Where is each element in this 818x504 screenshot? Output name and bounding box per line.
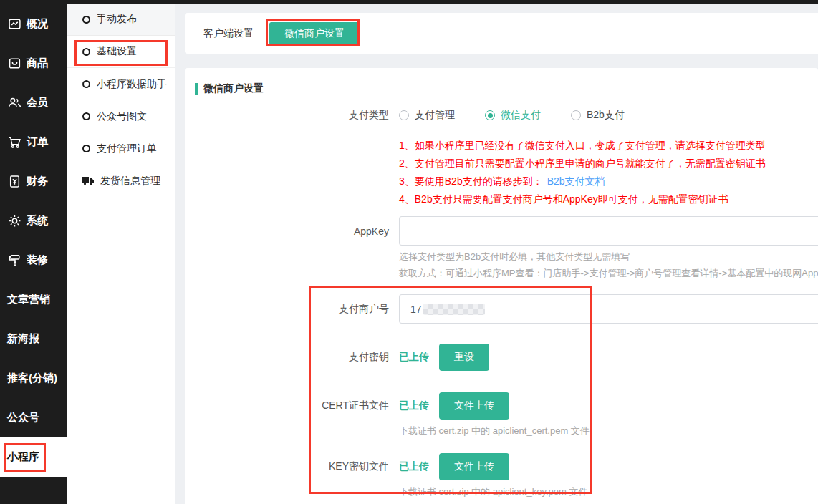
submenu-item-manual-publish[interactable]: 手动发布 <box>67 4 175 36</box>
sidebar-item-system[interactable]: 系统 <box>0 201 67 241</box>
cert-file-label: CERT证书文件 <box>185 399 389 412</box>
sidebar-item-order[interactable]: 订单 <box>0 122 67 162</box>
submenu-item-label: 手动发布 <box>97 13 137 26</box>
appkey-row: AppKey <box>185 216 818 246</box>
redacted-blur <box>423 304 485 315</box>
key-file-row: KEY密钥文件 已上传 文件上传 <box>185 453 818 480</box>
merchant-number-value: 17 <box>410 304 422 315</box>
sidebar-item-official-account[interactable]: 公众号 <box>0 398 67 437</box>
radio-circle-icon <box>571 110 581 120</box>
submenu-item-official-articles[interactable]: 公众号图文 <box>67 100 175 132</box>
payment-secret-label: 支付密钥 <box>185 351 389 364</box>
finance-icon <box>7 175 21 189</box>
sidebar-item-overview[interactable]: 概况 <box>0 4 67 44</box>
appkey-help-2: 获取方式：可通过小程序MP查看：门店助手->支付管理->商户号管理查看详情->基… <box>399 267 818 280</box>
sidebar-item-distribution[interactable]: 推客(分销) <box>0 359 67 398</box>
tab-wechat-merchant-settings[interactable]: 微信商户设置 <box>269 22 360 45</box>
radio-circle-icon <box>82 80 90 88</box>
tab-client-settings[interactable]: 客户端设置 <box>203 27 254 40</box>
payment-type-label: 支付类型 <box>185 109 389 122</box>
radio-label: 微信支付 <box>501 109 541 122</box>
sidebar-item-finance[interactable]: 财务 <box>0 162 67 201</box>
settings-tabs-card: 客户端设置 微信商户设置 <box>185 13 818 54</box>
overview-icon <box>7 17 21 32</box>
radio-label: B2b支付 <box>587 109 625 122</box>
reset-secret-button[interactable]: 重设 <box>439 344 489 371</box>
section-accent-bar <box>195 83 198 94</box>
sidebar-item-label: 系统 <box>27 214 48 228</box>
section-title: 微信商户设置 <box>203 82 264 95</box>
radio-label: 支付管理 <box>415 109 455 122</box>
sidebar-item-label: 会员 <box>27 96 48 110</box>
submenu-item-label: 支付管理订单 <box>97 142 157 155</box>
sidebar-item-decorate[interactable]: 装修 <box>0 241 67 280</box>
key-help: 下载证书 cert.zip 中的 apiclient_key.pem 文件 <box>399 485 587 498</box>
radio-wechat-pay[interactable]: 微信支付 <box>485 109 541 122</box>
note-line-2: 2、支付管理目前只需要配置小程序里申请的商户号就能支付了，无需配置密钥证书 <box>399 155 766 173</box>
sidebar-item-label: 文章营销 <box>7 293 50 306</box>
radio-circle-icon <box>82 145 90 152</box>
goods-icon <box>7 57 21 71</box>
merchant-settings-card: 微信商户设置 支付类型 支付管理 微信支付 B2b支付 1、如果小程序里已经没有… <box>185 68 818 504</box>
radio-circle-icon <box>82 48 90 56</box>
appkey-label: AppKey <box>185 226 389 237</box>
submenu-item-label: 基础设置 <box>97 45 137 58</box>
truck-icon <box>82 176 94 185</box>
appkey-help-1: 选择支付类型为B2b支付时必填，其他支付类型无需填写 <box>399 251 630 263</box>
system-icon <box>7 214 21 228</box>
note-line-3: 3、要使用B2b支付的请移步到：B2b支付文档 <box>399 173 766 190</box>
key-upload-button[interactable]: 文件上传 <box>439 453 509 480</box>
cert-upload-button[interactable]: 文件上传 <box>439 392 509 420</box>
sidebar-item-mini-program[interactable]: 小程序 <box>0 437 67 477</box>
member-icon <box>7 96 21 110</box>
merchant-number-row: 支付商户号 17 <box>185 294 818 324</box>
payment-type-row: 支付类型 支付管理 微信支付 B2b支付 <box>185 105 818 125</box>
sidebar-item-label: 小程序 <box>7 450 39 464</box>
submenu-item-label: 公众号图文 <box>97 110 147 123</box>
submenu-item-shipping-info[interactable]: 发货信息管理 <box>67 165 175 197</box>
radio-payment-manage[interactable]: 支付管理 <box>399 109 455 122</box>
key-status-badge: 已上传 <box>399 460 429 473</box>
note-line-1: 1、如果小程序里已经没有了微信支付入口，变成了支付管理，请选择支付管理类型 <box>399 137 766 155</box>
merchant-number-label: 支付商户号 <box>185 303 389 316</box>
sidebar-item-label: 商品 <box>27 57 48 70</box>
note-line-4: 4、B2b支付只需要配置支付商户号和AppKey即可支付，无需配置密钥证书 <box>399 190 766 208</box>
radio-b2b-pay[interactable]: B2b支付 <box>571 109 625 122</box>
payment-notes: 1、如果小程序里已经没有了微信支付入口，变成了支付管理，请选择支付管理类型 2、… <box>399 137 766 208</box>
sidebar-item-article-marketing[interactable]: 文章营销 <box>0 280 67 319</box>
sidebar-item-label: 推客(分销) <box>7 372 57 385</box>
note-line-3-text: 3、要使用B2b支付的请移步到： <box>399 175 543 187</box>
radio-circle-icon <box>399 110 409 120</box>
secret-status-badge: 已上传 <box>399 351 429 364</box>
submenu-item-data-assistant[interactable]: 小程序数据助手 <box>67 68 175 100</box>
sidebar-item-label: 订单 <box>27 135 48 149</box>
submenu-item-payment-orders[interactable]: 支付管理订单 <box>67 132 175 165</box>
radio-circle-icon <box>485 110 495 120</box>
section-header: 微信商户设置 <box>195 82 264 95</box>
sub-sidebar: 手动发布 基础设置 小程序数据助手 公众号图文 支付管理订单 发货信息管理 <box>67 0 175 504</box>
merchant-number-input[interactable]: 17 <box>399 294 818 324</box>
radio-circle-icon <box>82 16 90 24</box>
b2b-doc-link[interactable]: B2b支付文档 <box>547 175 605 187</box>
submenu-item-basic-settings[interactable]: 基础设置 <box>67 36 175 68</box>
sidebar-item-label: 新海报 <box>7 332 39 346</box>
order-icon <box>7 135 21 150</box>
sidebar-item-label: 公众号 <box>7 411 39 425</box>
cert-help: 下载证书 cert.zip 中的 apiclient_cert.pem 文件 <box>399 425 590 437</box>
cert-status-badge: 已上传 <box>399 399 429 412</box>
sidebar-item-new-poster[interactable]: 新海报 <box>0 319 67 359</box>
cert-file-row: CERT证书文件 已上传 文件上传 <box>185 392 818 420</box>
sidebar-item-goods[interactable]: 商品 <box>0 44 67 83</box>
sidebar-item-label: 概况 <box>27 17 48 31</box>
appkey-input[interactable] <box>399 216 818 246</box>
sidebar-item-label: 装修 <box>27 253 48 267</box>
payment-secret-row: 支付密钥 已上传 重设 <box>185 344 818 371</box>
submenu-item-label: 小程序数据助手 <box>97 78 167 91</box>
sidebar-item-label: 财务 <box>27 175 48 188</box>
top-dark-strip <box>67 0 818 4</box>
key-file-label: KEY密钥文件 <box>185 460 389 473</box>
sidebar-item-member[interactable]: 会员 <box>0 83 67 122</box>
radio-circle-icon <box>82 112 90 120</box>
decorate-icon <box>7 253 21 268</box>
submenu-item-label: 发货信息管理 <box>100 175 160 188</box>
